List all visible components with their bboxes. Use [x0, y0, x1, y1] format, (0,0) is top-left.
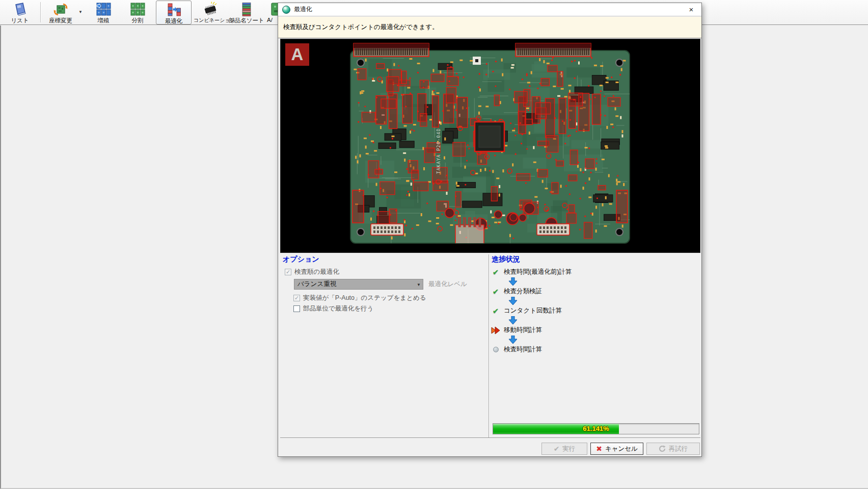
step-label: 移動時間計算	[504, 326, 542, 334]
progress-bar: 61.141%	[493, 423, 699, 434]
button-label: 再試行	[669, 445, 688, 453]
optimize-level-label: 最適化レベル	[428, 280, 467, 289]
checkbox-per-part-optimize[interactable]: ✓ 部品単位で最適化を行う	[293, 305, 373, 313]
progress-percent-label: 61.141%	[493, 424, 699, 434]
toolbar-button-list[interactable]: リスト	[5, 1, 35, 24]
toolbar-button-multiply[interactable]: 増殖	[88, 1, 119, 24]
toolbar-label: 最適化	[156, 17, 191, 25]
dialog-info-bar: 検査順及びコンタクトポイントの最適化ができます。	[278, 17, 701, 38]
toolbar-label: 部品名ソート	[228, 17, 265, 24]
dialog-info-text: 検査順及びコンタクトポイントの最適化ができます。	[283, 23, 439, 32]
down-arrow-icon	[508, 297, 518, 305]
gray-circle-icon: ✔	[491, 346, 500, 354]
button-label: キャンセル	[605, 445, 638, 453]
optimize-level-row: バランス重視 ▼ 最適化レベル	[294, 279, 467, 290]
toolbar-button-combination[interactable]: コンビネーション	[194, 1, 227, 24]
ic-chip-icon	[203, 2, 218, 17]
svg-text:TAKAYA P20-04D: TAKAYA P20-04D	[436, 128, 441, 174]
optimize-level-dropdown: バランス重視 ▼	[294, 279, 423, 290]
green-sphere-icon	[282, 6, 290, 14]
step-label: 検査時間計算	[504, 345, 542, 354]
sorted-bars-icon	[239, 2, 254, 17]
check-icon: ✔	[554, 445, 560, 453]
toolbar-label: 分割	[123, 17, 152, 24]
progress-step: ✔ 検査時間計算	[491, 345, 542, 354]
down-arrow-icon	[508, 336, 518, 344]
board-side-badge: A	[285, 43, 309, 66]
cancel-button[interactable]: ✖ キャンセル	[590, 443, 643, 455]
checkbox-icon: ✓	[285, 269, 291, 275]
execute-button: ✔ 実行	[541, 443, 587, 455]
checkbox-pauto-steps: ✓ 実装値が「P-Auto」のステップをまとめる	[293, 294, 426, 302]
chevron-down-icon: ▼	[417, 282, 421, 287]
checkbox-icon: ✓	[293, 295, 300, 301]
step-label: コンタクト回数計算	[504, 306, 562, 315]
retry-button: 再試行	[646, 443, 700, 455]
list-book-icon	[12, 2, 28, 17]
options-header: オプション	[283, 255, 319, 264]
toolbar-label: コンビネーション	[194, 17, 227, 24]
dropdown-value: バランス重視	[294, 280, 336, 289]
panel-bottom-divider	[280, 437, 700, 438]
options-panel: オプション ✓ 検査順の最適化 バランス重視 ▼ 最適化レベル ✓ 実装値が「P…	[281, 254, 489, 437]
optimize-bars-icon	[166, 2, 181, 17]
progress-header: 進捗状況	[492, 255, 520, 264]
toolbar-label: 増殖	[88, 17, 119, 24]
toolbar-label: リスト	[5, 17, 35, 24]
toolbar-label: 座標変更	[45, 17, 76, 24]
progress-step: ✔ 検査時間(最適化前)計算	[491, 268, 572, 276]
down-arrow-icon	[508, 316, 518, 325]
red-double-arrow-icon: ✔	[491, 326, 500, 334]
button-label: 実行	[562, 445, 575, 453]
checkbox-inspection-order: ✓ 検査順の最適化	[285, 268, 339, 276]
toolbar-button-coordinate-change[interactable]: 座標変更 ▼	[45, 1, 76, 24]
pcb-preview: TAKAYA P20-04D	[347, 42, 633, 249]
progress-step: ✔ 移動時間計算	[491, 326, 542, 334]
retry-arrow-icon	[659, 445, 666, 452]
toolbar-button-split[interactable]: 分割	[123, 1, 152, 24]
progress-panel: 進捗状況 ✔ 検査時間(最適化前)計算 ✔ 検査分類検証 ✔ コンタクト回数計算…	[489, 254, 700, 437]
board-image-area: A TAKAYA P20-04D	[280, 39, 700, 253]
down-arrow-icon	[508, 277, 518, 286]
step-label: 検査時間(最適化前)計算	[504, 268, 572, 276]
split-boards-icon	[130, 2, 145, 17]
red-x-icon: ✖	[596, 445, 602, 453]
checkbox-icon[interactable]: ✓	[293, 305, 300, 312]
pcb-image: TAKAYA P20-04D	[347, 42, 633, 249]
dialog-title: 最適化	[294, 5, 312, 14]
checkbox-label: 実装値が「P-Auto」のステップをまとめる	[303, 294, 426, 302]
close-icon[interactable]: ×	[685, 4, 697, 15]
green-check-icon: ✔	[491, 307, 500, 315]
chevron-down-icon[interactable]: ▼	[78, 10, 83, 14]
dialog-titlebar[interactable]: 最適化 ×	[278, 3, 701, 16]
coordinate-change-icon	[53, 2, 68, 17]
checkbox-label: 部品単位で最適化を行う	[303, 304, 373, 313]
checkbox-label: 検査順の最適化	[294, 268, 339, 276]
green-check-icon: ✔	[491, 268, 500, 276]
toolbar-button-optimize[interactable]: 最適化	[156, 1, 192, 24]
progress-step: ✔ コンタクト回数計算	[491, 306, 562, 315]
toolbar-separator	[40, 2, 41, 22]
green-check-icon: ✔	[491, 288, 500, 296]
multiply-boards-icon	[96, 2, 111, 17]
toolbar-button-part-name-sort[interactable]: 部品名ソート	[228, 1, 265, 24]
optimize-dialog: 最適化 × 検査順及びコンタクトポイントの最適化ができます。 A TAKAYA …	[278, 3, 702, 457]
progress-step: ✔ 検査分類検証	[491, 287, 542, 296]
step-label: 検査分類検証	[504, 287, 542, 296]
